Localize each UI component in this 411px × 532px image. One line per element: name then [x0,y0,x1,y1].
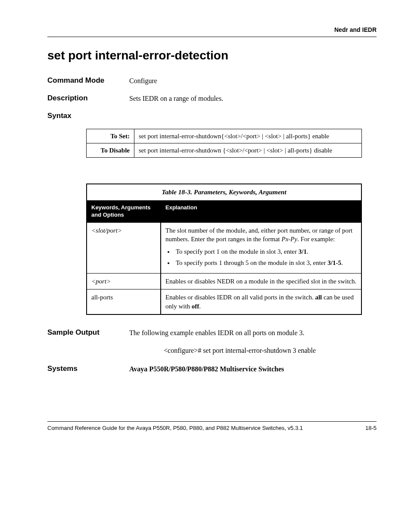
syntax-set-label: To Set: [87,129,134,143]
sample-output-intro: The following example enables IEDR on al… [129,329,305,336]
table-row: <slot/port> The slot number of the modul… [87,223,361,274]
description-row: Description Sets IEDR on a range of modu… [47,93,377,103]
syntax-block: To Set: set port internal-error-shutdown… [86,129,377,158]
systems-value: Avaya P550R/P580/P880/P882 Multiservice … [129,364,377,374]
exp-port: Enables or disables NEDR on a module in … [161,274,361,289]
r3-all: all [315,294,322,301]
sample-output-label: Sample Output [47,328,129,355]
r3-off: off [192,303,199,310]
systems-row: Systems Avaya P550R/P580/P880/P882 Multi… [47,364,377,374]
parameters-block: Table 18-3. Parameters, Keywords, Argume… [86,184,377,315]
table-row: To Disable set port internal-error-shutd… [87,143,362,157]
syntax-label: Syntax [47,111,129,121]
exp-intro-fmt: Px-Py [282,236,298,243]
kw-slot-port: <slot/port> [87,223,161,274]
systems-label: Systems [47,364,129,374]
header-keywords: Keywords, Arguments and Options [87,200,161,223]
exp-slot-port: The slot number of the module, and, eith… [161,223,361,274]
exp-all-ports: Enables or disables IEDR on all valid po… [161,289,361,314]
b2-post: . [341,259,343,266]
syntax-set-text: set port internal-error-shutdown{<slot>/… [134,129,362,143]
b1-val: 3/1 [299,248,307,255]
command-mode-value: Configure [129,76,377,86]
b2-val: 3/1-5 [327,259,341,266]
parameters-caption: Table 18-3. Parameters, Keywords, Argume… [86,184,362,200]
b1-pre: To specify port 1 on the module in slot … [176,248,299,255]
exp-intro-post: . For example: [297,236,335,243]
description-value: Sets IEDR on a range of modules. [129,93,377,103]
table-row: To Set: set port internal-error-shutdown… [87,129,362,143]
top-rule [47,37,377,37]
table-header-row: Keywords, Arguments and Options Explanat… [87,200,361,223]
syntax-disable-label: To Disable [87,143,134,157]
syntax-table: To Set: set port internal-error-shutdown… [86,129,362,158]
r3-pre: Enables or disables IEDR on all valid po… [165,294,315,301]
sample-output-body: The following example enables IEDR on al… [129,328,377,355]
syntax-disable-text: set port internal-error-shutdown {<slot>… [134,143,362,157]
sample-output-code: <configure># set port internal-error-shu… [164,346,377,355]
page-title: set port internal-error-detection [47,47,377,64]
header-explanation: Explanation [161,200,361,223]
list-item: To specify port 1 on the module in slot … [174,247,357,256]
kw-all-ports: all-ports [87,289,161,314]
parameters-table: Table 18-3. Parameters, Keywords, Argume… [86,184,362,315]
command-mode-row: Command Mode Configure [47,76,377,86]
command-mode-label: Command Mode [47,76,129,86]
exp-bullets: To specify port 1 on the module in slot … [165,247,357,268]
running-head: Nedr and IEDR [47,26,377,34]
b1-post: . [307,248,308,255]
list-item: To specify ports 1 through 5 on the modu… [174,258,357,267]
table-row: <port> Enables or disables NEDR on a mod… [87,274,361,289]
r3-post: . [199,303,201,310]
b2-pre: To specify ports 1 through 5 on the modu… [176,259,327,266]
kw-port: <port> [87,274,161,289]
table-row: all-ports Enables or disables IEDR on al… [87,289,361,314]
syntax-row: Syntax [47,111,377,121]
footer-right: 18-5 [365,424,377,432]
sample-output-row: Sample Output The following example enab… [47,328,377,355]
description-label: Description [47,93,129,103]
footer-left: Command Reference Guide for the Avaya P5… [47,424,303,432]
page-footer: Command Reference Guide for the Avaya P5… [47,421,377,432]
